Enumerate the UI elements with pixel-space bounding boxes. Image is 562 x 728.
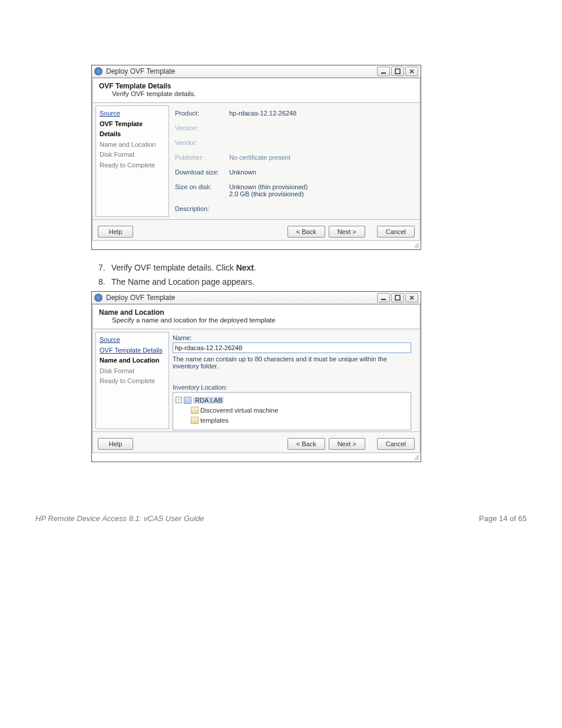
maximize-button[interactable] (391, 67, 404, 76)
back-button[interactable]: < Back (287, 438, 325, 450)
product-label: Product: (173, 108, 227, 123)
titlebar[interactable]: Deploy OVF Template (92, 292, 421, 304)
step-ready: Ready to Complete (100, 376, 165, 387)
dialog-ovf-details: Deploy OVF Template OVF Template Details… (91, 65, 421, 250)
instruction-8: 8.The Name and Location page appears. (98, 277, 492, 286)
description-value (227, 203, 310, 218)
vendor-value (227, 137, 310, 152)
download-size-label: Download size: (173, 167, 227, 182)
wizard-header: Name and Location Specify a name and loc… (92, 304, 421, 330)
tree-child-discovered[interactable]: Discovered virtual machine (176, 405, 408, 415)
step-name-location: Name and Location (100, 140, 165, 150)
collapse-icon[interactable]: − (176, 397, 182, 403)
inventory-tree[interactable]: − RDA LAB Discovered virtual machine tem… (173, 392, 411, 430)
folder-icon (191, 417, 199, 424)
app-icon (94, 67, 103, 75)
step-list: Source OVF Template Details Name and Loc… (95, 106, 169, 217)
resize-grip[interactable] (92, 241, 421, 249)
maximize-button[interactable] (391, 293, 404, 302)
step-list: Source OVF Template Details Name and Loc… (95, 332, 169, 429)
back-button[interactable]: < Back (287, 226, 325, 238)
wizard-header: OVF Template Details Verify OVF template… (92, 78, 421, 103)
wizard-title: Name and Location (99, 308, 414, 317)
details-panel: Product: hp-rdacas-12.12-26248 Version: … (171, 103, 419, 219)
step-disk-format: Disk Format (100, 150, 165, 160)
step-ready: Ready to Complete (100, 160, 165, 171)
tree-root-label[interactable]: RDA LAB (193, 397, 224, 404)
name-label: Name: (173, 334, 414, 341)
name-hint: The name can contain up to 80 characters… (173, 355, 414, 370)
version-label: Version: (173, 123, 227, 137)
footer-right: Page 14 of 65 (479, 514, 527, 523)
size-thin: Unknown (thin provisioned) (229, 183, 308, 190)
tree-item-label: templates (200, 417, 229, 424)
next-button[interactable]: Next > (329, 226, 365, 238)
next-button[interactable]: Next > (329, 438, 365, 450)
details-panel: Name: The name can contain up to 80 char… (171, 330, 419, 431)
cancel-button[interactable]: Cancel (377, 438, 415, 450)
wizard-subtitle: Verify OVF template details. (99, 90, 414, 97)
minimize-button[interactable] (377, 293, 390, 302)
tree-item-label: Discovered virtual machine (200, 407, 278, 414)
svg-rect-1 (395, 69, 400, 74)
datacenter-icon (184, 397, 191, 404)
svg-rect-8 (395, 295, 400, 300)
svg-line-6 (418, 246, 419, 248)
wizard-title: OVF Template Details (99, 82, 414, 90)
window-title: Deploy OVF Template (106, 67, 377, 75)
download-size-value: Unknown (227, 167, 310, 182)
name-input[interactable] (173, 342, 411, 353)
product-value: hp-rdacas-12.12-26248 (227, 108, 310, 123)
publisher-label: Publisher: (173, 152, 227, 167)
step-disk-format: Disk Format (100, 366, 165, 377)
size-on-disk-label: Size on disk: (173, 182, 227, 203)
vendor-label: Vendor: (173, 137, 227, 152)
close-button[interactable] (405, 67, 418, 76)
size-on-disk-value: Unknown (thin provisioned) 2.0 GB (thick… (227, 182, 310, 203)
svg-line-13 (418, 459, 419, 460)
svg-rect-7 (381, 299, 386, 300)
step-name-location: Name and Location (100, 355, 165, 366)
resize-grip[interactable] (92, 453, 421, 462)
footer-left: HP Remote Device Access 8.1: vCAS User G… (35, 514, 204, 523)
folder-icon (191, 407, 199, 414)
wizard-subtitle: Specify a name and location for the depl… (99, 317, 414, 324)
tree-child-templates[interactable]: templates (176, 415, 408, 425)
publisher-value: No certificate present (227, 152, 310, 167)
instruction-7: 7.Verify OVF template details. Click Nex… (98, 263, 492, 272)
app-icon (94, 294, 103, 302)
close-button[interactable] (405, 293, 418, 302)
step-source[interactable]: Source (100, 108, 165, 119)
dialog-name-location: Deploy OVF Template Name and Location Sp… (91, 291, 421, 462)
step-source[interactable]: Source (100, 335, 165, 345)
description-label: Description: (173, 203, 227, 218)
svg-rect-0 (381, 73, 386, 74)
page-footer: HP Remote Device Access 8.1: vCAS User G… (0, 510, 562, 535)
step-ovf-details[interactable]: OVF Template Details (100, 345, 165, 356)
tree-root[interactable]: − RDA LAB (176, 395, 408, 405)
inventory-location-label: Inventory Location: (173, 384, 414, 391)
window-title: Deploy OVF Template (106, 294, 377, 302)
help-button[interactable]: Help (98, 226, 133, 238)
version-value (227, 123, 310, 137)
minimize-button[interactable] (377, 67, 390, 76)
cancel-button[interactable]: Cancel (377, 226, 415, 238)
step-ovf-details: OVF Template Details (100, 119, 165, 140)
titlebar[interactable]: Deploy OVF Template (92, 65, 421, 78)
size-thick: 2.0 GB (thick provisioned) (229, 190, 304, 197)
help-button[interactable]: Help (98, 438, 133, 450)
